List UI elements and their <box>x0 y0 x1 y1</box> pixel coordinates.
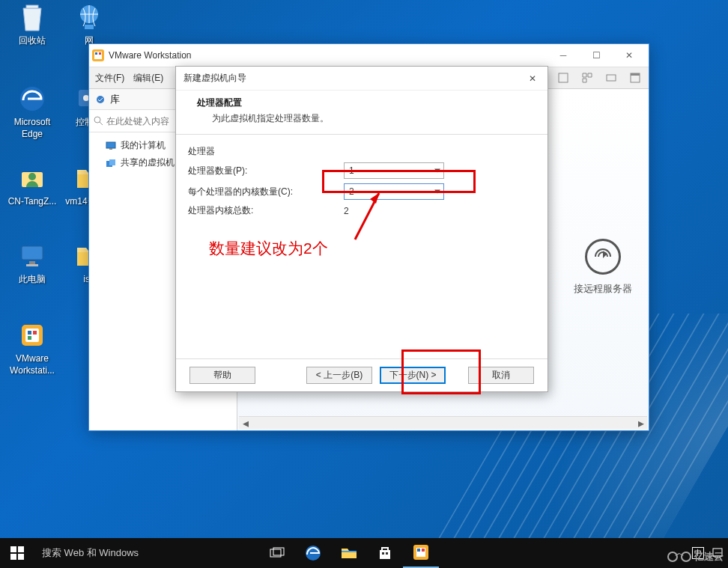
back-button[interactable]: < 上一步(B) <box>306 367 372 384</box>
vmware-titlebar[interactable]: VMware Workstation ─ ☐ ✕ <box>89 44 649 67</box>
svg-rect-16 <box>33 331 37 335</box>
processor-count-select[interactable]: 1 <box>344 162 444 179</box>
svg-rect-21 <box>99 52 101 55</box>
taskbar-search-placeholder: 搜索 Web 和 Windows <box>42 546 139 560</box>
svg-rect-45 <box>380 550 390 559</box>
svg-rect-37 <box>10 546 16 552</box>
wizard-heading: 处理器配置 <box>197 97 533 109</box>
wizard-header: 处理器配置 为此虚拟机指定处理器数量。 <box>176 91 547 135</box>
windows-logo-icon <box>10 546 24 560</box>
svg-rect-0 <box>26 5 38 8</box>
annotation-text: 数量建议改为2个 <box>209 238 328 259</box>
task-view-icon <box>270 547 285 559</box>
svg-rect-25 <box>631 73 640 76</box>
home-tile-label: 接远程服务器 <box>574 283 632 294</box>
svg-point-27 <box>94 117 100 123</box>
home-tile-remote[interactable]: 接远程服务器 <box>574 239 632 296</box>
help-button[interactable]: 帮助 <box>189 367 255 384</box>
watermark-icon <box>681 552 691 562</box>
window-maximize-button[interactable]: ☐ <box>580 45 613 66</box>
toolbar-library-icon[interactable] <box>604 70 619 85</box>
cancel-button[interactable]: 取消 <box>468 367 534 384</box>
chevron-down-icon <box>434 190 440 194</box>
horizontal-scrollbar[interactable]: ◂ ▸ <box>239 416 647 429</box>
vmware-icon <box>413 544 429 561</box>
desktop-icon-recycle-bin[interactable]: 回收站 <box>4 2 60 47</box>
desktop-icon-label: VMware Workstati... <box>4 353 60 376</box>
svg-line-28 <box>100 122 103 125</box>
wizard-titlebar[interactable]: 新建虚拟机向导 ✕ <box>176 67 547 91</box>
svg-rect-22 <box>559 73 568 82</box>
network-icon <box>74 2 104 32</box>
this-pc-icon <box>17 241 47 271</box>
scroll-right-icon[interactable]: ▸ <box>634 417 647 430</box>
desktop-icon-label: CN-TangZ... <box>4 196 60 208</box>
computer-icon <box>106 141 116 150</box>
desktop-icon-network[interactable]: 网 <box>61 2 117 47</box>
desktop-icon-cn-tangz[interactable]: CN-TangZ... <box>4 163 60 208</box>
vmware-app-icon <box>92 49 104 61</box>
folder-icon <box>341 546 357 560</box>
chevron-down-icon <box>434 169 440 173</box>
vmware-icon <box>17 320 47 350</box>
desktop-icon-vmware[interactable]: VMware Workstati... <box>4 320 60 376</box>
window-minimize-button[interactable]: ─ <box>547 45 580 66</box>
svg-rect-10 <box>22 246 43 260</box>
annotation-arrow-icon <box>349 187 386 242</box>
menu-file[interactable]: 文件(F) <box>95 72 124 85</box>
tree-item-label: 共享的虚拟机 <box>121 156 175 169</box>
svg-rect-14 <box>25 329 39 342</box>
shared-icon <box>106 159 116 168</box>
processor-group-label: 处理器 <box>188 145 536 158</box>
start-button[interactable] <box>0 538 34 568</box>
svg-rect-51 <box>422 549 425 552</box>
desktop-icon-label: 此电脑 <box>4 274 60 286</box>
toolbar-fullscreen-icon[interactable] <box>556 70 571 85</box>
svg-rect-38 <box>18 546 24 552</box>
processor-count-label: 处理器数量(P): <box>188 165 338 177</box>
user-folder-icon <box>17 163 47 193</box>
taskbar-search[interactable]: 搜索 Web 和 Windows <box>34 538 259 568</box>
svg-rect-39 <box>10 554 16 560</box>
svg-rect-15 <box>28 331 31 335</box>
watermark-icon <box>667 552 678 562</box>
cores-per-processor-label: 每个处理器的内核数量(C): <box>188 186 338 198</box>
window-close-button[interactable]: ✕ <box>613 45 646 66</box>
watermark-text: 亿速云 <box>694 550 724 564</box>
svg-rect-20 <box>95 52 97 55</box>
edge-icon <box>305 545 321 561</box>
svg-rect-46 <box>382 552 384 555</box>
watermark: 亿速云 <box>667 550 724 564</box>
toolbar-screenshot-icon[interactable] <box>628 70 643 85</box>
taskbar-store[interactable] <box>367 538 403 568</box>
taskbar-explorer[interactable] <box>331 538 367 568</box>
task-view-button[interactable] <box>259 538 295 568</box>
taskbar-vmware[interactable] <box>403 538 439 568</box>
svg-rect-47 <box>386 552 388 555</box>
svg-rect-11 <box>29 261 35 264</box>
desktop-icon-this-pc[interactable]: 此电脑 <box>4 241 60 286</box>
scroll-left-icon[interactable]: ◂ <box>239 417 252 430</box>
wizard-close-button[interactable]: ✕ <box>525 71 540 86</box>
svg-point-26 <box>97 96 104 103</box>
processor-count-value: 1 <box>349 165 354 176</box>
svg-rect-12 <box>26 264 38 266</box>
wizard-title-text: 新建虚拟机向导 <box>183 72 525 85</box>
taskbar-edge[interactable] <box>295 538 331 568</box>
taskbar: 搜索 Web 和 Windows ︿ 中 <box>0 538 728 568</box>
next-button[interactable]: 下一步(N) > <box>380 367 446 384</box>
svg-rect-32 <box>109 159 115 165</box>
toolbar-unity-icon[interactable] <box>580 70 595 85</box>
menu-edit[interactable]: 编辑(E) <box>133 72 163 85</box>
wizard-subheading: 为此虚拟机指定处理器数量。 <box>197 112 533 125</box>
edge-icon <box>17 84 47 114</box>
search-icon <box>94 116 103 126</box>
svg-rect-30 <box>109 148 112 150</box>
library-toggle-icon[interactable] <box>95 94 106 105</box>
wizard-footer: 帮助 < 上一步(B) 下一步(N) > 取消 <box>176 358 547 391</box>
total-cores-label: 处理器内核总数: <box>188 204 338 217</box>
desktop-icon-edge[interactable]: Microsoft Edge <box>4 84 60 140</box>
svg-point-9 <box>28 173 36 180</box>
svg-rect-44 <box>342 551 357 552</box>
library-title: 库 <box>110 93 120 106</box>
